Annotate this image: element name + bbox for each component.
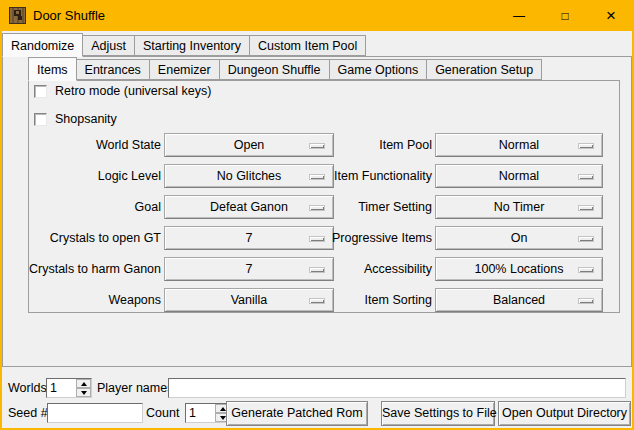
dropdown-indicator-icon	[578, 267, 594, 273]
worlds-spin-up-button[interactable]	[76, 379, 91, 388]
crystals-ganon-dropdown[interactable]: 7	[164, 257, 334, 281]
progressive-items-value: On	[511, 231, 528, 245]
bottom-controls: Worlds Player names Seed # Count Generat…	[2, 367, 632, 428]
accessibility-label: Accessibility	[329, 257, 432, 281]
close-button[interactable]: ×	[588, 0, 634, 31]
weapons-value: Vanilla	[231, 293, 268, 307]
shopsanity-label: Shopsanity	[55, 112, 117, 127]
close-icon: ×	[606, 6, 616, 26]
tab-starting-inventory[interactable]: Starting Inventory	[134, 35, 250, 56]
generate-patched-rom-button[interactable]: Generate Patched Rom	[226, 401, 368, 426]
sub-tab-bar: Items Entrances Enemizer Dungeon Shuffle…	[28, 57, 542, 81]
count-label: Count	[146, 403, 179, 423]
tab-custom-item-pool[interactable]: Custom Item Pool	[249, 35, 366, 56]
logic-level-dropdown[interactable]: No Glitches	[164, 164, 334, 188]
tab-adjust[interactable]: Adjust	[82, 35, 135, 56]
weapons-dropdown[interactable]: Vanilla	[164, 288, 334, 312]
down-arrow-icon	[220, 416, 226, 420]
crystals-gt-value: 7	[246, 231, 253, 245]
item-pool-label: Item Pool	[329, 133, 432, 157]
tab-enemizer[interactable]: Enemizer	[149, 59, 220, 80]
dropdown-indicator-icon	[309, 236, 325, 242]
accessibility-dropdown[interactable]: 100% Locations	[435, 257, 603, 281]
item-functionality-dropdown[interactable]: Normal	[435, 164, 603, 188]
retro-mode-checkbox[interactable]	[34, 85, 47, 98]
minimize-button[interactable]: —	[496, 0, 542, 31]
crystals-gt-dropdown[interactable]: 7	[164, 226, 334, 250]
maximize-button[interactable]: □	[542, 0, 588, 31]
seed-label: Seed #	[8, 403, 48, 423]
item-pool-value: Normal	[499, 138, 539, 152]
save-settings-button[interactable]: Save Settings to File	[381, 401, 495, 426]
crystals-gt-label: Crystals to open GT	[33, 226, 161, 250]
up-arrow-icon	[81, 382, 87, 386]
timer-setting-value: No Timer	[494, 200, 545, 214]
crystals-ganon-value: 7	[246, 262, 253, 276]
player-names-input[interactable]	[168, 378, 626, 398]
progressive-items-dropdown[interactable]: On	[435, 226, 603, 250]
crystals-ganon-label: Crystals to harm Ganon	[33, 257, 161, 281]
up-arrow-icon	[220, 407, 226, 411]
logic-level-value: No Glitches	[217, 169, 282, 183]
tab-game-options[interactable]: Game Options	[329, 59, 428, 80]
titlebar: Door Shuffle — □ ×	[0, 0, 634, 31]
dropdown-indicator-icon	[309, 267, 325, 273]
timer-setting-dropdown[interactable]: No Timer	[435, 195, 603, 219]
worlds-input[interactable]	[47, 379, 76, 397]
shopsanity-checkbox[interactable]	[34, 113, 47, 126]
dropdown-indicator-icon	[578, 174, 594, 180]
weapons-label: Weapons	[33, 288, 161, 312]
item-functionality-label: Item Functionality	[329, 164, 432, 188]
dropdown-indicator-icon	[309, 174, 325, 180]
player-names-label: Player names	[97, 378, 173, 398]
timer-setting-label: Timer Setting	[329, 195, 432, 219]
retro-mode-label: Retro mode (universal keys)	[55, 84, 211, 99]
progressive-items-label: Progressive Items	[329, 226, 432, 250]
world-state-value: Open	[234, 138, 265, 152]
main-tab-bar: Randomize Adjust Starting Inventory Cust…	[2, 33, 366, 57]
dropdown-indicator-icon	[578, 236, 594, 242]
dropdown-indicator-icon	[578, 205, 594, 211]
item-functionality-value: Normal	[499, 169, 539, 183]
goal-dropdown[interactable]: Defeat Ganon	[164, 195, 334, 219]
app-window: Door Shuffle — □ × Randomize Adjust Star…	[0, 0, 634, 430]
dropdown-indicator-icon	[309, 298, 325, 304]
window-title: Door Shuffle	[33, 8, 105, 23]
worlds-spin-down-button[interactable]	[76, 388, 91, 397]
dropdown-indicator-icon	[578, 143, 594, 149]
tab-generation-setup[interactable]: Generation Setup	[426, 59, 542, 80]
tab-dungeon-shuffle[interactable]: Dungeon Shuffle	[219, 59, 330, 80]
item-pool-dropdown[interactable]: Normal	[435, 133, 603, 157]
dropdown-indicator-icon	[309, 143, 325, 149]
goal-label: Goal	[33, 195, 161, 219]
accessibility-value: 100% Locations	[475, 262, 564, 276]
tab-entrances[interactable]: Entrances	[76, 59, 150, 80]
world-state-dropdown[interactable]: Open	[164, 133, 334, 157]
dropdown-indicator-icon	[309, 205, 325, 211]
seed-input[interactable]	[47, 403, 143, 423]
count-input[interactable]	[186, 404, 215, 422]
dropdown-indicator-icon	[578, 298, 594, 304]
item-sorting-value: Balanced	[493, 293, 545, 307]
open-output-directory-button[interactable]: Open Output Directory	[498, 401, 631, 426]
count-spinbox[interactable]	[185, 403, 231, 423]
world-state-label: World State	[33, 133, 161, 157]
item-sorting-label: Item Sorting	[329, 288, 432, 312]
tab-items[interactable]: Items	[28, 57, 77, 81]
logic-level-label: Logic Level	[33, 164, 161, 188]
worlds-label: Worlds	[8, 378, 47, 398]
goal-value: Defeat Ganon	[210, 200, 288, 214]
window-border-left	[0, 31, 2, 430]
maximize-icon: □	[561, 9, 568, 23]
tab-randomize[interactable]: Randomize	[2, 33, 83, 57]
item-sorting-dropdown[interactable]: Balanced	[435, 288, 603, 312]
app-door-icon	[9, 7, 26, 24]
down-arrow-icon	[81, 391, 87, 395]
minimize-icon: —	[513, 9, 525, 23]
items-tab-pane: Retro mode (universal keys) Shopsanity W…	[28, 80, 620, 313]
worlds-spinbox[interactable]	[46, 378, 92, 398]
